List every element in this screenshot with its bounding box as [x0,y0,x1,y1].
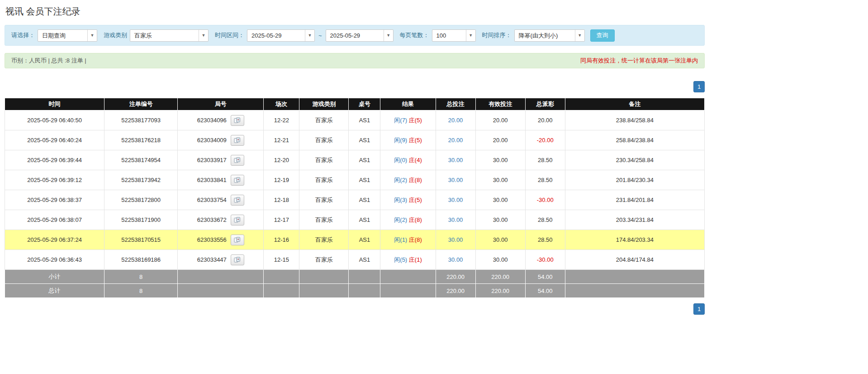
chevron-down-icon[interactable]: ▼ [305,30,314,41]
cards-icon [234,157,241,163]
cell-total-bet: 30.00 [436,250,475,270]
cell-bet-id: 522538176218 [104,130,178,150]
cell-session: 12-17 [264,210,299,230]
cell-session: 12-18 [264,190,299,210]
cell-table-no: AS1 [349,130,380,150]
total-bet-link[interactable]: 30.00 [448,197,463,203]
view-round-detail-button[interactable] [231,195,244,206]
cards-icon [234,137,241,143]
cell-payout: 28.50 [525,150,565,170]
grand-total-payout: 54.00 [525,284,565,298]
result-banker: 庄(4) [409,157,422,163]
cell-time: 2025-05-29 06:40:24 [5,130,104,150]
cell-total-bet: 30.00 [436,210,475,230]
col-header-note: 备注 [565,98,704,110]
page-title: 视讯 会员下注纪录 [5,5,705,18]
date-from-value: 2025-05-29 [247,30,305,41]
cell-bet-id: 522538174954 [104,150,178,170]
total-bet-link[interactable]: 30.00 [448,177,463,183]
table-row[interactable]: 2025-05-29 06:36:43 522538169186 6230334… [5,250,705,270]
round-id-text: 623033447 [197,256,227,263]
total-bet-link[interactable]: 30.00 [448,256,463,263]
total-bet-link[interactable]: 20.00 [448,137,463,144]
col-header-bet-id: 注单编号 [104,98,178,110]
search-button[interactable]: 查询 [590,29,615,42]
result-player: 闲(0) [394,157,407,163]
view-round-detail-button[interactable] [231,254,244,265]
page-1-button[interactable]: 1 [693,81,705,92]
cell-valid-bet: 20.00 [475,130,525,150]
chevron-down-icon[interactable]: ▼ [575,30,584,41]
cell-time: 2025-05-29 06:39:44 [5,150,104,170]
total-bet-link[interactable]: 30.00 [448,216,463,223]
view-round-detail-button[interactable] [231,235,244,245]
cell-time: 2025-05-29 06:38:07 [5,210,104,230]
query-type-label: 请选择： [11,31,35,39]
query-type-select[interactable]: 日期查询 ▼ [38,29,97,42]
table-row[interactable]: 2025-05-29 06:40:24 522538176218 6230340… [5,130,705,150]
cell-valid-bet: 30.00 [475,150,525,170]
cell-round-id: 623033672 [178,210,264,230]
game-type-select[interactable]: 百家乐 ▼ [130,29,209,42]
date-from-select[interactable]: 2025-05-29 ▼ [247,29,315,42]
cell-payout: 28.50 [525,170,565,190]
cards-icon [234,177,241,183]
table-row[interactable]: 2025-05-29 06:38:07 522538171900 6230336… [5,210,705,230]
cell-session: 12-20 [264,150,299,170]
cell-result: 闲(2) 庄(8) [380,210,436,230]
cell-time: 2025-05-29 06:37:24 [5,230,104,250]
table-row[interactable]: 2025-05-29 06:39:12 522538173942 6230338… [5,170,705,190]
view-round-detail-button[interactable] [231,215,244,225]
view-round-detail-button[interactable] [231,135,244,146]
sort-order-label: 时间排序： [482,31,512,39]
date-to-select[interactable]: 2025-05-29 ▼ [326,29,394,42]
cell-note: 204.84/174.84 [565,250,704,270]
table-body: 2025-05-29 06:40:50 522538177093 6230340… [5,110,705,270]
grand-total-label: 总计 [5,284,104,298]
chevron-down-icon[interactable]: ▼ [199,30,208,41]
col-header-time: 时间 [5,98,104,110]
summary-bar: 币别：人民币 | 总共 :8 注单 | 同局有效投注，统一计算在该局第一张注单内 [5,53,705,68]
cards-icon [234,197,241,203]
round-id-text: 623033754 [197,197,227,203]
cell-valid-bet: 30.00 [475,170,525,190]
col-header-total-bet: 总投注 [436,98,475,110]
total-bet-link[interactable]: 20.00 [448,117,463,124]
cell-note: 174.84/203.34 [565,230,704,250]
cell-result: 闲(3) 庄(5) [380,190,436,210]
game-type-label: 游戏类别 [104,31,127,39]
total-bet-link[interactable]: 30.00 [448,236,463,243]
cards-icon [234,217,241,223]
currency-total-text: 币别：人民币 | 总共 :8 注单 | [11,57,86,65]
cell-table-no: AS1 [349,210,380,230]
table-row[interactable]: 2025-05-29 06:38:37 522538172800 6230337… [5,190,705,210]
chevron-down-icon[interactable]: ▼ [466,30,475,41]
subtotal-row: 小计 8 220.00 220.00 54.00 [5,270,705,284]
table-row[interactable]: 2025-05-29 06:40:50 522538177093 6230340… [5,110,705,130]
chevron-down-icon[interactable]: ▼ [384,30,393,41]
result-banker: 庄(1) [409,256,422,263]
chevron-down-icon[interactable]: ▼ [87,30,97,41]
cell-game-type: 百家乐 [299,230,349,250]
result-banker: 庄(8) [409,177,422,183]
cell-round-id: 623034096 [178,110,264,130]
view-round-detail-button[interactable] [231,155,244,166]
grand-total-valid-bet: 220.00 [475,284,525,298]
cell-valid-bet: 30.00 [475,250,525,270]
page-1-button[interactable]: 1 [693,303,705,315]
cell-round-id: 623033917 [178,150,264,170]
view-round-detail-button[interactable] [231,115,244,126]
grand-total-row: 总计 8 220.00 220.00 54.00 [5,284,705,298]
table-footer: 小计 8 220.00 220.00 54.00 总计 8 220.00 220… [5,270,705,298]
cards-icon [234,237,241,243]
result-banker: 庄(5) [409,117,422,124]
sort-order-select[interactable]: 降幂(由大到小) ▼ [514,29,585,42]
cell-session: 12-22 [264,110,299,130]
page-size-select[interactable]: 100 ▼ [432,29,476,42]
subtotal-count: 8 [104,270,178,284]
table-row[interactable]: 2025-05-29 06:37:24 522538170515 6230335… [5,230,705,250]
view-round-detail-button[interactable] [231,175,244,186]
total-bet-link[interactable]: 30.00 [448,157,463,163]
table-row[interactable]: 2025-05-29 06:39:44 522538174954 6230339… [5,150,705,170]
result-player: 闲(7) [394,117,407,124]
